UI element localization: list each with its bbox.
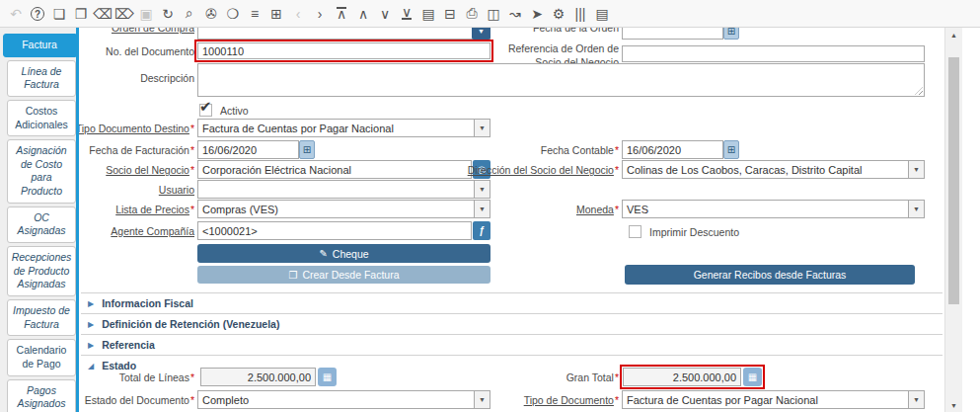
orden-de-compra-label[interactable]: Orden de Compra	[112, 28, 194, 34]
chevron-down-icon: ▼	[478, 28, 485, 35]
moneda-select[interactable]: VES ▼	[622, 200, 925, 218]
calculator-icon: ▦	[323, 371, 332, 382]
descripcion-textarea[interactable]	[197, 63, 925, 97]
preference-icon: ƒ	[479, 225, 485, 236]
section-retencion[interactable]: ▶ Definición de Retención (Venezuela)	[81, 313, 942, 334]
tipo-doc-destino-select[interactable]: Factura de Cuentas por Pagar Nacional ▼	[197, 119, 490, 137]
tipo-documento-label[interactable]: Tipo de Documento*	[524, 394, 619, 406]
previous-record-icon[interactable]: ‹	[287, 2, 309, 26]
attachment-icon[interactable]: ✇	[200, 2, 222, 26]
print-icon[interactable]: ⎙	[461, 2, 483, 26]
tab-oc-asignadas[interactable]: OC Asignadas	[7, 206, 76, 243]
report-window-icon[interactable]: ▤	[591, 2, 613, 26]
calendar-icon[interactable]: ⊞	[265, 2, 287, 26]
fecha-facturacion-input[interactable]: 16/06/2020	[197, 140, 299, 159]
orden-de-compra-lookup-button[interactable]: ▼	[472, 28, 490, 40]
cheque-button[interactable]: ✎Cheque	[197, 244, 490, 263]
lista-precios-select[interactable]: Compras (VES) ▼	[197, 200, 490, 218]
estado-documento-select[interactable]: Completo ▼	[197, 390, 490, 409]
chevron-down-icon: ▼	[474, 181, 490, 198]
send-mail-icon[interactable]: ➤	[526, 2, 548, 26]
fecha-contable-label: Fecha Contable*	[541, 144, 619, 156]
gran-total-input[interactable]: 2.500.000,00	[623, 368, 741, 386]
referencia-orden-input[interactable]	[622, 45, 925, 62]
tab-recepciones-de-producto-asignadas[interactable]: Recepciones de Producto Asignadas	[7, 246, 76, 296]
chevron-down-icon: ▼	[908, 201, 924, 217]
chat-icon[interactable]: ❍	[222, 2, 244, 26]
archive-icon[interactable]: ⊟	[439, 2, 461, 26]
tab-calendario-de-pago[interactable]: Calendario de Pago	[7, 339, 76, 375]
scroll-down-button[interactable]: ▼	[945, 398, 962, 412]
fecha-orden-calendar-button[interactable]: ⊞	[723, 28, 739, 40]
direccion-socio-select[interactable]: Colinas de Los Caobos, Caracas, Distrito…	[622, 160, 925, 179]
tab-linea-de-factura[interactable]: Línea de Factura	[7, 60, 76, 97]
parent-record-icon[interactable]: ∧	[352, 2, 374, 26]
new-record-icon[interactable]: ❏	[48, 2, 70, 26]
requery-icon[interactable]: ≡	[244, 2, 265, 26]
agente-label[interactable]: Agente Compañía	[111, 225, 194, 237]
copy-record-icon[interactable]: ❐	[70, 2, 92, 26]
fecha-facturacion-label: Fecha de Facturación*	[89, 144, 194, 156]
activo-checkbox[interactable]: ✔	[199, 104, 212, 117]
imprimir-descuento-checkbox[interactable]	[629, 225, 641, 238]
form-content: Orden de Compra ▼ Fecha de la Orden ⊞ No…	[79, 28, 944, 412]
doc-no-input[interactable]: 1000110	[197, 42, 490, 59]
workflow-icon[interactable]: ↝	[504, 2, 526, 26]
chevron-down-icon: ▼	[474, 120, 490, 136]
scrollbar-thumb[interactable]	[948, 57, 959, 304]
report-icon[interactable]: ▤	[417, 2, 439, 26]
fecha-contable-calendar-button[interactable]: ⊞	[723, 140, 739, 159]
gran-total-calculator-button[interactable]: ▦	[743, 368, 762, 386]
collapsed-arrow-icon: ▶	[88, 299, 94, 308]
scroll-up-button[interactable]: ▲	[945, 28, 962, 41]
generar-recibos-button[interactable]: Generar Recibos desde Facturas	[625, 265, 915, 285]
next-record-icon[interactable]: ›	[309, 2, 331, 26]
orden-de-compra-field[interactable]	[197, 28, 490, 40]
crear-desde-factura-button[interactable]: ❐Crear Desde Factura	[197, 266, 490, 284]
tab-factura[interactable]: Factura	[3, 34, 76, 57]
agente-preference-button[interactable]: ƒ	[473, 221, 490, 240]
product-info-icon[interactable]: |||	[569, 2, 591, 26]
socio-negocio-input[interactable]: Corporación Eléctrica Nacional	[197, 160, 472, 179]
socio-negocio-label[interactable]: Socio del Negocio*	[106, 164, 194, 176]
fecha-contable-input[interactable]: 16/06/2020	[622, 140, 723, 159]
tab-pagos-asignados[interactable]: Pagos Asignados	[7, 379, 76, 412]
moneda-label[interactable]: Moneda*	[576, 204, 619, 215]
tab-asignacion-de-costo-para-producto[interactable]: Asignación de Costo para Producto	[7, 139, 76, 204]
arrow-up-icon: ▲	[950, 32, 957, 39]
undo-icon[interactable]: ↶	[5, 2, 27, 26]
tipo-documento-select[interactable]: Factura de Cuentas por Pagar Nacional ▼	[622, 390, 925, 409]
fecha-orden-input[interactable]	[622, 28, 723, 40]
doc-no-highlight: 1000110	[194, 40, 493, 62]
help-icon[interactable]: ?	[27, 2, 48, 26]
tipo-doc-destino-label[interactable]: Tipo Documento Destino*	[79, 123, 194, 134]
fecha-facturacion-calendar-button[interactable]: ⊞	[299, 140, 315, 159]
resize-handle-icon[interactable]	[915, 87, 923, 95]
total-lineas-label: Total de Líneas*	[119, 371, 194, 383]
section-informacion-fiscal[interactable]: ▶ Informacion Fiscal	[81, 292, 942, 313]
save-icon[interactable]: ▣	[135, 2, 157, 26]
last-record-icon[interactable]: ∨	[396, 2, 417, 26]
process-icon[interactable]: ⚙	[548, 2, 569, 26]
usuario-label[interactable]: Usuario	[159, 184, 194, 196]
agente-input[interactable]: <1000021>	[197, 221, 472, 240]
first-record-icon[interactable]: ∧	[331, 2, 352, 26]
doc-no-label: No. del Documento	[106, 45, 194, 57]
tab-costos-adicionales[interactable]: Costos Adicionales	[7, 100, 76, 136]
section-referencia[interactable]: ▶ Referencia	[81, 334, 942, 355]
refresh-icon[interactable]: ↻	[157, 2, 179, 26]
usuario-select[interactable]: ▼	[197, 180, 490, 199]
lista-precios-label[interactable]: Lista de Precios*	[115, 204, 194, 215]
total-lineas-calculator-button[interactable]: ▦	[318, 368, 337, 386]
direccion-socio-label[interactable]: Dirección del Socio del Negocio*	[468, 164, 619, 176]
total-lineas-input[interactable]: 2.500.000,00	[200, 368, 316, 386]
vertical-scrollbar[interactable]: ▲ ▼	[944, 28, 962, 412]
delete-record-icon[interactable]: ⌫	[92, 2, 113, 26]
find-icon[interactable]: ⌕	[179, 2, 200, 26]
calendar-icon: ⊞	[303, 144, 311, 155]
detail-record-icon[interactable]: ∨	[374, 2, 396, 26]
tab-impuesto-de-factura[interactable]: Impuesto de Factura	[7, 299, 76, 336]
sidebar: FacturaLínea de FacturaCostos Adicionale…	[0, 28, 79, 412]
print-preview-icon[interactable]: ◫	[483, 2, 504, 26]
delete-selection-icon[interactable]: ⌦	[113, 2, 135, 26]
